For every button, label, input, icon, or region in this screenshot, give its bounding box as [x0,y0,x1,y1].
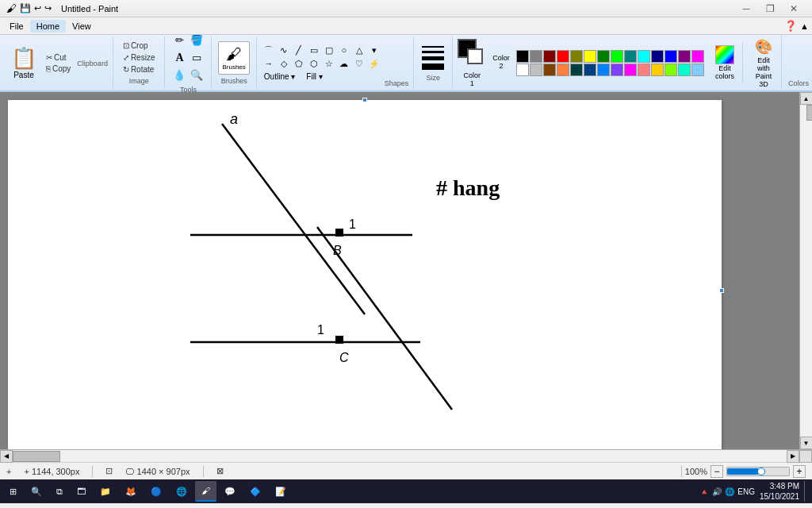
resize-handle-right-mid[interactable] [719,288,724,293]
shape-heart[interactable]: ♡ [352,57,366,70]
swatch-darkblue[interactable] [584,64,596,76]
shape-triangle[interactable]: △ [352,44,366,56]
swatch-darkgray[interactable] [530,50,542,63]
hscroll-right-button[interactable]: ▶ [787,450,799,463]
taskbar-app-explorer[interactable]: 🗔 [71,481,92,502]
size-thin[interactable] [422,46,444,48]
swatch-olive[interactable] [570,50,583,63]
expand-ribbon[interactable]: ▲ [800,21,809,31]
cut-button[interactable]: ✂ Cut [43,52,74,63]
close-button[interactable]: ✕ [782,0,806,17]
lang-indicator[interactable]: ENG [737,487,755,496]
rotate-button[interactable]: ↻ Rotate [120,64,159,75]
help-icon[interactable]: ❓ [784,20,797,32]
outline-button[interactable]: Outline ▾ [262,71,297,82]
crop-button[interactable]: ⊡ Crop [120,40,159,51]
scroll-up-button[interactable]: ▲ [800,92,813,105]
swatch-lime[interactable] [611,50,623,63]
swatch-green[interactable] [597,50,610,63]
quick-undo[interactable]: ↩ [34,3,41,13]
swatch-red[interactable] [557,50,569,63]
swatch-teal[interactable] [624,50,637,63]
search-button[interactable]: 🔍 [25,481,48,502]
pencil-tool[interactable]: ✏ [171,33,187,48]
swatch-brown[interactable] [543,64,556,76]
swatch-darkred[interactable] [543,50,556,63]
network-icon[interactable]: 🌐 [725,487,734,496]
swatch-gold[interactable] [651,64,664,76]
swatch-violet[interactable] [611,64,623,76]
taskbar-app-files[interactable]: 📁 [94,481,117,502]
size-thick[interactable] [422,56,444,60]
zoom-out-button[interactable]: − [710,465,723,478]
taskbar-app-teams[interactable]: 💬 [218,481,242,502]
restore-button[interactable]: ❐ [758,0,782,17]
shape-arrow[interactable]: → [262,57,276,70]
swatch-purple[interactable] [678,50,691,63]
menu-home[interactable]: Home [30,20,66,33]
swatch-turquoise[interactable] [678,64,691,76]
show-desktop-button[interactable] [804,481,809,502]
magnify-tool[interactable]: 🔍 [189,67,205,83]
taskbar-app-store[interactable]: 🔷 [243,481,267,502]
quick-save[interactable]: 💾 [20,3,31,13]
resize-button[interactable]: ⤢ Resize [120,52,159,63]
edit-paint3d-button[interactable]: 🎨 Edit withPaint 3D [751,36,776,90]
taskbar-app-notepad[interactable]: 📝 [269,481,293,502]
taskbar-app-edge[interactable]: 🌐 [170,481,193,502]
scroll-down-button[interactable]: ▼ [800,437,813,449]
swatch-hotpink[interactable] [624,64,637,76]
shape-star[interactable]: ☆ [322,57,336,70]
quick-redo[interactable]: ↪ [44,3,52,13]
swatch-black[interactable] [516,50,529,63]
swatch-blue[interactable] [665,50,677,63]
start-button[interactable]: ⊞ [3,481,23,502]
paste-button[interactable]: 📋 Paste [8,44,40,81]
shape-more[interactable]: ▾ [367,44,381,56]
zoom-in-button[interactable]: + [793,465,806,478]
hscroll-thumb[interactable] [13,451,60,462]
paint-canvas[interactable]: a 1 B 1 C # hang [8,100,722,449]
fill-tool[interactable]: 🪣 [189,33,205,48]
shape-diamond[interactable]: ◇ [277,57,291,70]
zoom-slider-thumb[interactable] [757,468,765,475]
eraser-tool[interactable]: ▭ [189,50,205,66]
swatch-chartreuse[interactable] [665,64,677,76]
fill-button[interactable]: Fill ▾ [304,71,325,82]
shape-round-rect[interactable]: ▢ [322,44,336,56]
taskbar-clock[interactable]: 3:48 PM 15/10/2021 [760,481,799,502]
swatch-lightblue[interactable] [691,64,704,76]
swatch-navy[interactable] [651,50,664,63]
swatch-skyblue[interactable] [597,64,610,76]
swatch-darkteal[interactable] [570,64,583,76]
shape-curve[interactable]: ⌒ [262,44,276,56]
color2-swatch[interactable] [467,48,483,64]
size-extra-thick[interactable] [422,64,444,70]
swatch-yellow[interactable] [584,50,596,63]
swatch-lightgray[interactable] [530,64,542,76]
size-medium[interactable] [422,51,444,53]
shape-pentagon[interactable]: ⬠ [292,57,306,70]
hscroll-left-button[interactable]: ◀ [0,450,13,463]
resize-handle-top-mid[interactable] [362,98,367,102]
taskbar-app-chrome[interactable]: 🔵 [144,481,168,502]
shape-hexagon[interactable]: ⬡ [307,57,321,70]
chevron-icon[interactable]: 🔺 [699,487,709,496]
swatch-orange[interactable] [557,64,569,76]
taskbar-app-paint[interactable]: 🖌 [195,481,216,502]
menu-file[interactable]: File [3,20,30,33]
scroll-thumb[interactable] [806,105,813,121]
brushes-selector[interactable]: 🖌 Brushes [218,41,249,75]
shape-ellipse[interactable]: ○ [337,44,351,56]
copy-button[interactable]: ⎘ Copy [43,64,74,74]
swatch-white[interactable] [516,64,529,76]
minimize-button[interactable]: ─ [734,0,758,17]
shape-line[interactable]: ╱ [292,44,306,56]
text-tool[interactable]: A [171,50,187,66]
swatch-cyan[interactable] [638,50,650,63]
shape-cloud[interactable]: ☁ [337,57,351,70]
swatch-magenta[interactable] [691,50,704,63]
menu-view[interactable]: View [66,20,98,33]
shape-bezier[interactable]: ∿ [277,44,291,56]
shape-rect[interactable]: ▭ [307,44,321,56]
